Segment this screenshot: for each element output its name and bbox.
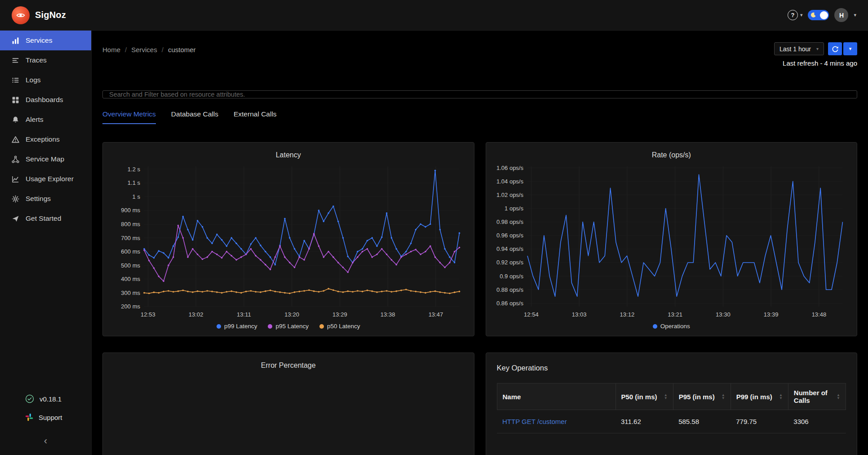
sidebar-item-label: Get Started <box>26 214 61 223</box>
sidebar-item-label: Service Map <box>26 155 64 163</box>
panel-title: Latency <box>109 149 468 159</box>
sidebar-item-traces[interactable]: Traces <box>0 50 91 70</box>
help-menu[interactable]: ? ▾ <box>788 10 803 20</box>
service-map-icon <box>12 156 19 163</box>
tab-external-calls[interactable]: External Calls <box>234 110 277 124</box>
legend-item-p50-latency[interactable]: p50 Latency <box>319 323 360 330</box>
signoz-app: SigNoz ? ▾ H ▾ ServicesTracesLogsDashboa… <box>0 0 868 455</box>
tab-database-calls[interactable]: Database Calls <box>171 110 218 124</box>
slack-icon <box>25 413 33 421</box>
breadcrumb-item-home[interactable]: Home <box>102 46 120 54</box>
topbar: SigNoz ? ▾ H ▾ <box>0 0 868 31</box>
user-menu-chevron-icon[interactable]: ▾ <box>854 13 856 18</box>
x-axis-label: 13:03 <box>571 311 586 318</box>
breadcrumb-separator: / <box>162 46 164 54</box>
sidebar-item-alerts[interactable]: Alerts <box>0 110 91 129</box>
chevron-down-icon: ▾ <box>816 47 819 51</box>
column-label: P99 (in ms) <box>736 393 772 401</box>
legend-item-p95-latency[interactable]: p95 Latency <box>268 323 309 330</box>
last-refresh-text: Last refresh - 4 mins ago <box>783 59 857 67</box>
latency-panel: Latency 1.2 s1.1 s1 s900 ms800 ms700 ms6… <box>102 142 474 336</box>
sidebar-footer: v0.18.1 Support ‹ <box>0 389 91 455</box>
table-row: HTTP GET /customer311.62585.58779.753306 <box>497 410 846 433</box>
sidebar-item-label: Exceptions <box>26 135 60 143</box>
x-axis-label: 13:20 <box>284 311 299 318</box>
y-axis-label: 800 ms <box>121 221 140 228</box>
support-row[interactable]: Support <box>0 408 91 426</box>
brand-name: SigNoz <box>35 10 66 20</box>
column-header-p95-in-ms[interactable]: P95 (in ms)▲▼ <box>673 384 731 410</box>
y-axis-label: 0.9 ops/s <box>500 273 523 280</box>
sidebar-item-exceptions[interactable]: Exceptions <box>0 129 91 149</box>
y-axis-label: 1.02 ops/s <box>496 192 523 198</box>
y-axis-label: 0.92 ops/s <box>496 259 523 266</box>
column-label: P95 (in ms) <box>679 393 715 401</box>
usage-explorer-icon <box>12 175 19 183</box>
rate-chart[interactable]: 1.06 ops/s1.04 ops/s1.02 ops/s1 ops/s0.9… <box>492 160 851 321</box>
sidebar-collapse-button[interactable]: ‹ <box>0 429 91 455</box>
sidebar-item-label: Usage Explorer <box>26 175 74 183</box>
charts-row: Latency 1.2 s1.1 s1 s900 ms800 ms700 ms6… <box>102 142 857 336</box>
y-axis-label: 400 ms <box>121 276 140 282</box>
refresh-icon <box>832 45 839 53</box>
sidebar-item-dashboards[interactable]: Dashboards <box>0 90 91 110</box>
table-cell: 585.58 <box>673 410 731 433</box>
main-content: Home/Services/customer Last 1 hour ▾ <box>92 31 868 455</box>
error-percentage-panel: Error Percentage <box>102 352 474 455</box>
y-axis-label: 0.98 ops/s <box>496 219 523 225</box>
y-axis-label: 0.94 ops/s <box>496 245 523 252</box>
sidebar-menu: ServicesTracesLogsDashboardsAlertsExcept… <box>0 31 91 228</box>
sidebar-item-get-started[interactable]: Get Started <box>0 209 91 228</box>
sort-icon: ▲▼ <box>664 393 668 400</box>
sidebar-item-services[interactable]: Services <box>0 31 91 50</box>
brand[interactable]: SigNoz <box>12 6 66 24</box>
breadcrumb-separator: / <box>125 46 127 54</box>
tabs: Overview MetricsDatabase CallsExternal C… <box>102 110 857 124</box>
key-operations-panel: Key Operations NameP50 (in ms)▲▼P95 (in … <box>486 352 858 455</box>
sidebar-item-label: Alerts <box>26 116 44 124</box>
sidebar-item-usage-explorer[interactable]: Usage Explorer <box>0 169 91 189</box>
get-started-icon <box>12 215 19 223</box>
column-header-name: Name <box>497 384 616 410</box>
y-axis-label: 1 s <box>133 193 141 200</box>
bar-chart-icon <box>12 37 19 45</box>
legend-item-p99-latency[interactable]: p99 Latency <box>217 323 257 330</box>
tab-overview-metrics[interactable]: Overview Metrics <box>102 110 156 124</box>
rate-panel: Rate (ops/s) 1.06 ops/s1.04 ops/s1.02 op… <box>486 142 858 336</box>
column-header-p99-in-ms[interactable]: P99 (in ms)▲▼ <box>731 384 788 410</box>
y-axis-label: 500 ms <box>121 262 140 269</box>
panel-title: Rate (ops/s) <box>492 149 851 159</box>
column-label: Number of Calls <box>794 389 834 404</box>
sidebar-item-service-map[interactable]: Service Map <box>0 149 91 169</box>
time-controls: Last 1 hour ▾ ▾ Last refresh - 4 mins a <box>774 42 857 67</box>
sidebar-item-settings[interactable]: Settings <box>0 189 91 209</box>
x-axis-label: 13:38 <box>381 311 395 318</box>
latency-chart[interactable]: 1.2 s1.1 s1 s900 ms800 ms700 ms600 ms500… <box>109 160 468 321</box>
sidebar-item-logs[interactable]: Logs <box>0 70 91 90</box>
legend-dot-icon <box>268 324 272 329</box>
search-input[interactable] <box>102 90 857 98</box>
error-percentage-chart[interactable] <box>109 370 468 455</box>
key-operations-table: NameP50 (in ms)▲▼P95 (in ms)▲▼P99 (in ms… <box>497 383 846 433</box>
version-row[interactable]: v0.18.1 <box>0 389 91 408</box>
x-axis-label: 13:02 <box>189 311 204 318</box>
column-header-number-of-calls[interactable]: Number of Calls▲▼ <box>788 384 846 410</box>
time-range-select[interactable]: Last 1 hour ▾ <box>774 42 824 55</box>
refresh-options-button[interactable]: ▾ <box>843 42 857 55</box>
column-header-p50-in-ms[interactable]: P50 (in ms)▲▼ <box>616 384 673 410</box>
operation-link[interactable]: HTTP GET /customer <box>497 410 616 433</box>
help-icon: ? <box>788 10 798 20</box>
avatar[interactable]: H <box>834 8 848 22</box>
y-axis-label: 1.06 ops/s <box>496 165 523 171</box>
sidebar-item-label: Traces <box>26 56 47 64</box>
x-axis-label: 12:53 <box>141 311 155 318</box>
y-axis-label: 300 ms <box>121 290 140 296</box>
theme-toggle[interactable] <box>808 10 829 20</box>
y-axis-label: 600 ms <box>121 248 140 255</box>
settings-gear-icon <box>12 195 19 203</box>
legend-item-operations[interactable]: Operations <box>653 323 690 330</box>
panel-title: Error Percentage <box>109 359 468 370</box>
refresh-button[interactable] <box>828 42 842 55</box>
x-axis-label: 13:30 <box>716 311 731 318</box>
breadcrumb-item-services[interactable]: Services <box>131 46 157 54</box>
